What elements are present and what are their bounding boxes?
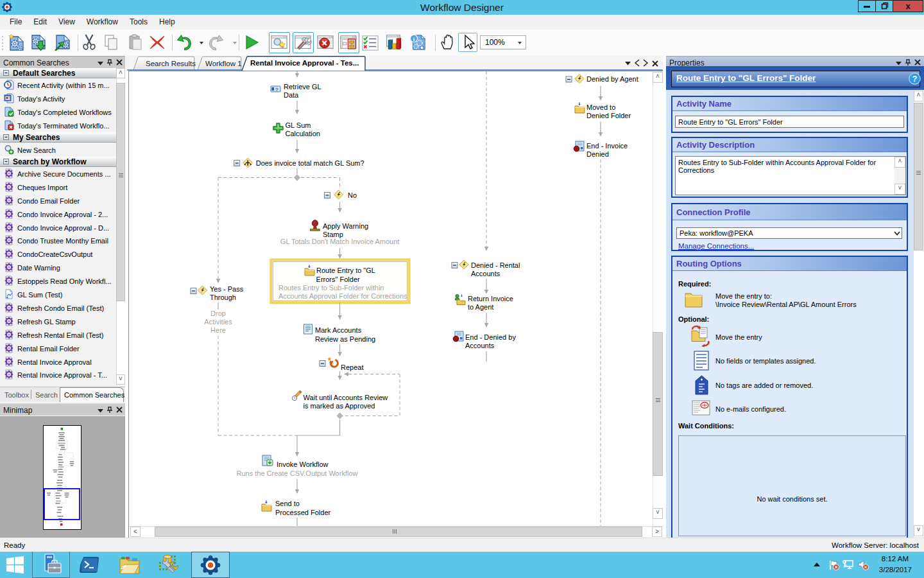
svg-text:Here: Here <box>210 326 226 334</box>
svg-text:GL Sum: GL Sum <box>286 121 311 129</box>
svg-text:Wait until Accounts Review: Wait until Accounts Review <box>304 394 388 401</box>
svg-text:Moved to: Moved to <box>586 103 615 111</box>
svg-text:Processed Folder: Processed Folder <box>275 509 331 516</box>
svg-text:GL Totals Don't Match Invoice: GL Totals Don't Match Invoice Amount <box>280 238 400 245</box>
svg-text:Data: Data <box>284 91 299 99</box>
svg-text:is marked as Approved: is marked as Approved <box>304 402 375 410</box>
svg-text:Send to: Send to <box>275 500 300 507</box>
svg-text:?: ? <box>275 87 278 92</box>
svg-text:Calculation: Calculation <box>286 130 320 137</box>
svg-text:Accounts: Accounts <box>471 270 501 277</box>
svg-text:Route Entry to "GL: Route Entry to "GL <box>316 267 375 274</box>
svg-text:Routes Entry to Sub-Folder wit: Routes Entry to Sub-Folder within <box>278 284 384 292</box>
svg-text:Does invoice total match GL Su: Does invoice total match GL Sum? <box>256 159 364 167</box>
svg-text:End - Invoice: End - Invoice <box>586 142 628 150</box>
svg-text:Invoke Workflow: Invoke Workflow <box>277 460 329 468</box>
svg-text:i: i <box>413 36 415 42</box>
svg-text:to Agent: to Agent <box>468 303 493 311</box>
svg-text:Activities: Activities <box>204 318 232 326</box>
svg-text:Denied: Denied <box>586 150 609 158</box>
svg-text:Return Invoice: Return Invoice <box>468 295 513 302</box>
svg-text:Accounts: Accounts <box>465 342 495 349</box>
svg-text:Mark Accounts: Mark Accounts <box>315 326 362 334</box>
svg-text:Errors" Folder: Errors" Folder <box>316 276 360 283</box>
svg-text:Through: Through <box>210 293 236 301</box>
svg-text:Review as Pending: Review as Pending <box>315 335 375 343</box>
svg-text:Apply Warning: Apply Warning <box>323 222 368 230</box>
svg-text:?: ? <box>912 74 918 83</box>
svg-text:Denied by Agent: Denied by Agent <box>586 75 638 83</box>
svg-text:Denied - Rental: Denied - Rental <box>471 261 520 269</box>
svg-text:No: No <box>348 191 357 199</box>
svg-text:Runs the Create CSV.Output Wor: Runs the Create CSV.Output Workflow <box>237 469 358 477</box>
svg-text:Yes - Pass: Yes - Pass <box>210 285 244 293</box>
svg-text:Denied Folder: Denied Folder <box>586 112 631 119</box>
svg-text:Retrieve GL: Retrieve GL <box>284 83 321 91</box>
svg-text:End - Denied by: End - Denied by <box>465 333 516 341</box>
svg-text:Drop: Drop <box>210 310 226 317</box>
svg-text:Accounts Approval Folder for C: Accounts Approval Folder for Corrections <box>278 292 407 300</box>
svg-text:Repeat: Repeat <box>341 363 363 371</box>
